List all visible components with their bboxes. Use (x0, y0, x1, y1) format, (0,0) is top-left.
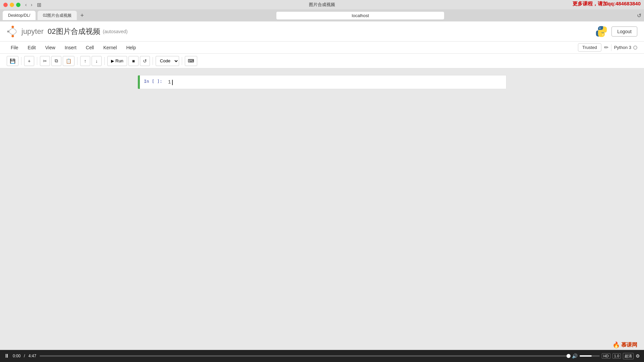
traffic-lights (3, 3, 20, 7)
menu-insert[interactable]: Insert (61, 44, 80, 52)
copy-button[interactable]: ⧉ (51, 56, 61, 66)
kernel-status-icon (633, 46, 637, 50)
settings-icon[interactable]: ⚙ (636, 353, 640, 359)
jupyter-logo-icon (7, 25, 19, 38)
cell-input[interactable]: 1 (167, 75, 506, 89)
menu-edit[interactable]: Edit (24, 44, 40, 52)
svg-point-0 (11, 25, 14, 28)
move-down-button[interactable]: ↓ (92, 56, 102, 66)
keyboard-shortcut-button[interactable]: ⌨ (185, 56, 197, 66)
text-cursor-icon (172, 80, 173, 85)
promo-text: 更多课程，请加qq:484683840 (573, 1, 641, 7)
trusted-button[interactable]: Trusted (578, 43, 601, 52)
menu-file[interactable]: File (7, 44, 22, 52)
menu-help[interactable]: Help (122, 44, 140, 52)
time-total: 4:47 (29, 354, 36, 358)
minimize-button[interactable] (10, 3, 14, 7)
cell-label: In [ ]: (140, 75, 167, 87)
watermark: 🔥 慕课网 (612, 341, 637, 349)
new-tab-button[interactable]: + (80, 12, 84, 19)
volume-icon[interactable]: 🔊 (572, 353, 578, 359)
progress-knob[interactable] (567, 354, 571, 358)
add-cell-button[interactable]: + (24, 56, 34, 66)
jupyter-text: jupyter (21, 27, 44, 36)
autosaved-label: (autosaved) (103, 29, 128, 34)
run-label: Run (115, 58, 123, 63)
titlebar-title: 图片合成视频 (309, 2, 335, 8)
separator (182, 57, 182, 65)
titlebar: ‹ › ⊞ 图片合成视频 更多课程，请加qq:484683840 (0, 0, 644, 9)
toolbar: 💾 + ✂ ⧉ 📋 ↑ ↓ ▶ Run ■ ↺ Code ⌨ (0, 54, 644, 68)
cell-type-select[interactable]: Code (156, 56, 179, 66)
stop-button[interactable]: ■ (128, 56, 139, 66)
time-separator: / (24, 354, 25, 358)
separator (37, 57, 37, 65)
back-button[interactable]: ‹ (24, 1, 28, 8)
speed-button[interactable]: 1.0 (612, 353, 621, 359)
quality-button[interactable]: 超清 (623, 353, 634, 359)
separator (153, 57, 153, 65)
restart-button[interactable]: ↺ (140, 56, 150, 66)
separator (104, 57, 105, 65)
cell-inner: In [ ]: 1 (140, 75, 506, 89)
run-button[interactable]: ▶ Run (107, 56, 127, 66)
menubar: File Edit View Insert Cell Kernel Help T… (0, 42, 644, 54)
kernel-name: Python 3 (614, 45, 631, 50)
separator (21, 57, 21, 65)
video-controls[interactable]: ⏸ 0:00 / 4:47 🔊 HD 1.0 超清 ⚙ (0, 350, 644, 362)
code-cell[interactable]: In [ ]: 1 (138, 75, 506, 89)
refresh-button[interactable]: ↺ (637, 12, 641, 19)
header-right: Logout (595, 25, 637, 38)
jupyter-logo: jupyter (7, 25, 44, 38)
maximize-button[interactable] (16, 3, 20, 7)
cell-cursor-area (172, 79, 173, 85)
time-current: 0:00 (13, 354, 20, 358)
cell-line-number: 1 (168, 79, 171, 85)
edit-pencil-icon[interactable]: ✏ (604, 44, 608, 51)
url-bar[interactable]: localhost (276, 12, 444, 19)
progress-bar[interactable] (40, 355, 569, 357)
close-button[interactable] (3, 3, 8, 7)
tab-label: Desktop/DL/ (8, 13, 30, 18)
svg-point-4 (602, 34, 603, 35)
menu-right: Trusted ✏ Python 3 (578, 43, 637, 52)
main-content: jupyter 02图片合成视频 (autosaved) Logout File… (0, 21, 644, 362)
menu-view[interactable]: View (41, 44, 59, 52)
kernel-info: Python 3 (614, 45, 637, 50)
browserbar: Desktop/DL/ 02图片合成视频 + localhost ↺ (0, 9, 644, 21)
python-logo-icon (595, 25, 607, 38)
menu-kernel[interactable]: Kernel (99, 44, 121, 52)
nav-arrows: ‹ › ⊞ (24, 1, 41, 8)
notebook-area: In [ ]: 1 (0, 68, 644, 362)
tab-desktop-dl[interactable]: Desktop/DL/ (3, 11, 36, 20)
forward-button[interactable]: › (30, 1, 34, 8)
watermark-text: 慕课网 (621, 342, 637, 349)
paste-button[interactable]: 📋 (63, 56, 74, 66)
menu-cell[interactable]: Cell (82, 44, 98, 52)
separator (77, 57, 77, 65)
svg-point-3 (599, 27, 600, 28)
save-button[interactable]: 💾 (7, 56, 18, 66)
tab-notebook[interactable]: 02图片合成视频 (38, 11, 77, 20)
cut-button[interactable]: ✂ (40, 56, 50, 66)
move-up-button[interactable]: ↑ (80, 56, 90, 66)
jupyter-header: jupyter 02图片合成视频 (autosaved) Logout (0, 21, 644, 42)
video-controls-right: 🔊 HD 1.0 超清 ⚙ (572, 353, 640, 359)
notebook-title[interactable]: 02图片合成视频 (48, 26, 100, 37)
sidebar-toggle-button[interactable]: ⊞ (37, 2, 41, 8)
svg-point-2 (7, 31, 9, 33)
hd-button[interactable]: HD (602, 353, 610, 359)
volume-bar[interactable] (580, 355, 600, 357)
logout-button[interactable]: Logout (611, 26, 637, 37)
play-pause-button[interactable]: ⏸ (4, 353, 9, 359)
svg-point-1 (11, 35, 14, 37)
tab-label: 02图片合成视频 (43, 13, 71, 18)
